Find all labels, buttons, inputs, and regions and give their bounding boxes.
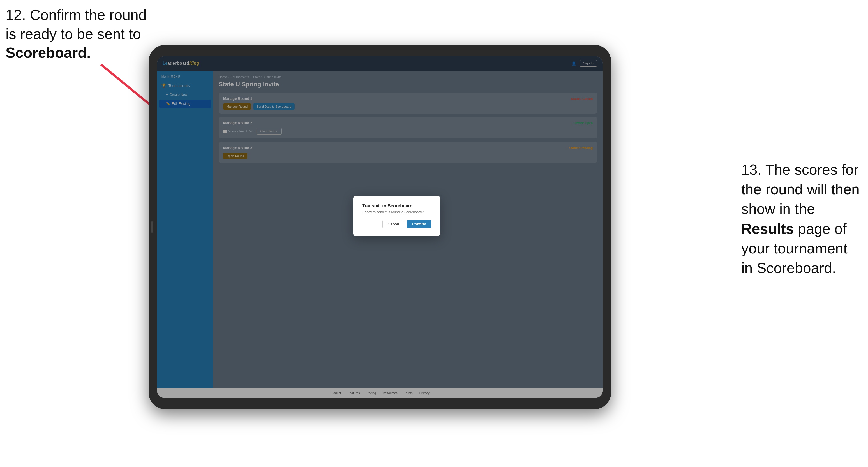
tablet-frame: Le aderboard King 👤 Sign In MAIN MENU 🏆 … [149, 45, 611, 409]
annotation-right-line4: page of [794, 221, 847, 237]
modal-confirm-button[interactable]: Confirm [407, 220, 431, 228]
main-content: MAIN MENU 🏆 Tournaments + Create New ✏️ … [157, 71, 603, 388]
annotation-line1: 12. Confirm the round [6, 7, 147, 23]
annotation-right-line3: show in the [741, 201, 815, 217]
annotation-right-bold: Results [741, 221, 794, 237]
page-content: Home / Tournaments / State U Spring Invi… [213, 71, 603, 388]
annotation-right-line1: 13. The scores for [741, 161, 859, 178]
transmit-modal: Transmit to Scoreboard Ready to send thi… [353, 196, 440, 236]
modal-title: Transmit to Scoreboard [362, 204, 431, 209]
annotation-right-line5: your tournament [741, 240, 847, 256]
annotation-right-line2: the round will then [741, 181, 860, 197]
modal-cancel-button[interactable]: Cancel [382, 220, 404, 228]
annotation-line3: Scoreboard. [6, 44, 91, 61]
annotation-right: 13. The scores for the round will then s… [741, 160, 860, 278]
tablet-screen: Le aderboard King 👤 Sign In MAIN MENU 🏆 … [157, 56, 603, 398]
camera-bump [151, 221, 153, 233]
annotation-top: 12. Confirm the round is ready to be sen… [6, 6, 147, 63]
modal-actions: Cancel Confirm [362, 220, 431, 228]
modal-subtitle: Ready to send this round to Scoreboard? [362, 210, 431, 214]
annotation-right-line6: in Scoreboard. [741, 260, 836, 276]
annotation-line2: is ready to be sent to [6, 26, 141, 42]
modal-overlay: Transmit to Scoreboard Ready to send thi… [213, 71, 603, 388]
